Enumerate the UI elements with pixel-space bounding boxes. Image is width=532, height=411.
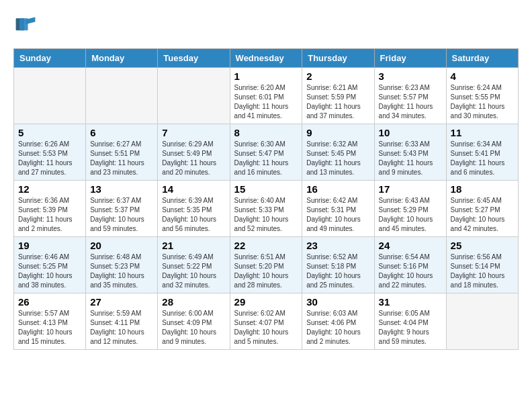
calendar-cell: 9Sunrise: 6:32 AM Sunset: 5:45 PM Daylig… <box>302 124 374 181</box>
logo <box>13 13 40 38</box>
day-info: Sunrise: 6:21 AM Sunset: 5:59 PM Dayligh… <box>306 83 369 121</box>
day-info: Sunrise: 6:33 AM Sunset: 5:43 PM Dayligh… <box>379 140 442 177</box>
day-info: Sunrise: 6:51 AM Sunset: 5:20 PM Dayligh… <box>234 253 298 290</box>
day-info: Sunrise: 6:48 AM Sunset: 5:23 PM Dayligh… <box>90 253 153 290</box>
calendar-cell: 14Sunrise: 6:39 AM Sunset: 5:35 PM Dayli… <box>158 181 230 237</box>
calendar-cell: 24Sunrise: 6:54 AM Sunset: 5:16 PM Dayli… <box>374 237 446 293</box>
day-number: 14 <box>162 183 225 195</box>
calendar-cell <box>446 293 518 350</box>
calendar-cell: 31Sunrise: 6:05 AM Sunset: 4:04 PM Dayli… <box>374 293 446 350</box>
day-number: 13 <box>90 183 153 195</box>
day-number: 6 <box>90 127 153 138</box>
day-number: 2 <box>306 71 369 82</box>
day-number: 3 <box>379 71 442 82</box>
day-info: Sunrise: 6:32 AM Sunset: 5:45 PM Dayligh… <box>306 140 369 177</box>
day-info: Sunrise: 6:54 AM Sunset: 5:16 PM Dayligh… <box>379 253 442 290</box>
day-number: 19 <box>18 240 81 251</box>
day-info: Sunrise: 6:00 AM Sunset: 4:09 PM Dayligh… <box>162 309 225 347</box>
day-number: 18 <box>451 183 514 195</box>
calendar-cell: 19Sunrise: 6:46 AM Sunset: 5:25 PM Dayli… <box>14 237 86 293</box>
day-number: 16 <box>306 183 369 195</box>
day-number: 10 <box>379 127 442 138</box>
day-number: 12 <box>18 183 81 195</box>
day-number: 22 <box>234 240 298 251</box>
calendar-cell: 15Sunrise: 6:40 AM Sunset: 5:33 PM Dayli… <box>230 181 302 237</box>
day-number: 8 <box>234 127 298 138</box>
day-info: Sunrise: 6:02 AM Sunset: 4:07 PM Dayligh… <box>234 309 298 347</box>
day-number: 26 <box>18 296 81 308</box>
calendar-table: SundayMondayTuesdayWednesdayThursdayFrid… <box>13 48 519 350</box>
day-info: Sunrise: 6:03 AM Sunset: 4:06 PM Dayligh… <box>306 309 369 347</box>
day-info: Sunrise: 6:36 AM Sunset: 5:39 PM Dayligh… <box>18 196 81 234</box>
svg-marker-3 <box>26 17 35 24</box>
day-number: 20 <box>90 240 153 251</box>
day-info: Sunrise: 6:42 AM Sunset: 5:31 PM Dayligh… <box>306 196 369 234</box>
calendar-cell: 27Sunrise: 5:59 AM Sunset: 4:11 PM Dayli… <box>86 293 158 350</box>
day-info: Sunrise: 6:20 AM Sunset: 6:01 PM Dayligh… <box>234 83 298 121</box>
calendar-cell: 28Sunrise: 6:00 AM Sunset: 4:09 PM Dayli… <box>158 293 230 350</box>
calendar-cell: 20Sunrise: 6:48 AM Sunset: 5:23 PM Dayli… <box>86 237 158 293</box>
weekday-header-thursday: Thursday <box>302 49 374 68</box>
calendar-cell: 2Sunrise: 6:21 AM Sunset: 5:59 PM Daylig… <box>302 68 374 124</box>
calendar-cell: 25Sunrise: 6:56 AM Sunset: 5:14 PM Dayli… <box>446 237 518 293</box>
calendar-cell: 29Sunrise: 6:02 AM Sunset: 4:07 PM Dayli… <box>230 293 302 350</box>
calendar-cell: 8Sunrise: 6:30 AM Sunset: 5:47 PM Daylig… <box>230 124 302 181</box>
calendar-week-5: 26Sunrise: 5:57 AM Sunset: 4:13 PM Dayli… <box>14 293 519 350</box>
calendar-week-1: 1Sunrise: 6:20 AM Sunset: 6:01 PM Daylig… <box>14 68 519 124</box>
day-info: Sunrise: 6:34 AM Sunset: 5:41 PM Dayligh… <box>451 140 514 177</box>
day-info: Sunrise: 6:37 AM Sunset: 5:37 PM Dayligh… <box>90 196 153 234</box>
day-number: 30 <box>306 296 369 308</box>
day-info: Sunrise: 6:39 AM Sunset: 5:35 PM Dayligh… <box>162 196 225 234</box>
day-number: 7 <box>162 127 225 138</box>
day-number: 21 <box>162 240 225 251</box>
calendar-cell: 21Sunrise: 6:49 AM Sunset: 5:22 PM Dayli… <box>158 237 230 293</box>
day-number: 9 <box>306 127 369 138</box>
calendar-week-4: 19Sunrise: 6:46 AM Sunset: 5:25 PM Dayli… <box>14 237 519 293</box>
weekday-header-tuesday: Tuesday <box>158 49 230 68</box>
calendar-cell <box>86 68 158 124</box>
day-number: 28 <box>162 296 225 308</box>
calendar-cell: 23Sunrise: 6:52 AM Sunset: 5:18 PM Dayli… <box>302 237 374 293</box>
day-info: Sunrise: 5:59 AM Sunset: 4:11 PM Dayligh… <box>90 309 153 347</box>
weekday-header-sunday: Sunday <box>14 49 86 68</box>
calendar-cell <box>158 68 230 124</box>
day-info: Sunrise: 6:49 AM Sunset: 5:22 PM Dayligh… <box>162 253 225 290</box>
calendar-cell: 18Sunrise: 6:45 AM Sunset: 5:27 PM Dayli… <box>446 181 518 237</box>
day-info: Sunrise: 6:26 AM Sunset: 5:53 PM Dayligh… <box>18 140 81 177</box>
logo-icon <box>13 13 38 38</box>
calendar-cell: 16Sunrise: 6:42 AM Sunset: 5:31 PM Dayli… <box>302 181 374 237</box>
day-info: Sunrise: 6:30 AM Sunset: 5:47 PM Dayligh… <box>234 140 298 177</box>
weekday-header-saturday: Saturday <box>446 49 518 68</box>
calendar-cell: 11Sunrise: 6:34 AM Sunset: 5:41 PM Dayli… <box>446 124 518 181</box>
day-info: Sunrise: 6:24 AM Sunset: 5:55 PM Dayligh… <box>451 83 514 121</box>
day-number: 27 <box>90 296 153 308</box>
day-number: 23 <box>306 240 369 251</box>
day-info: Sunrise: 6:45 AM Sunset: 5:27 PM Dayligh… <box>451 196 514 234</box>
weekday-header-friday: Friday <box>374 49 446 68</box>
day-number: 1 <box>234 71 298 82</box>
day-number: 17 <box>379 183 442 195</box>
day-number: 11 <box>451 127 514 138</box>
calendar-week-2: 5Sunrise: 6:26 AM Sunset: 5:53 PM Daylig… <box>14 124 519 181</box>
calendar-cell: 1Sunrise: 6:20 AM Sunset: 6:01 PM Daylig… <box>230 68 302 124</box>
page-header <box>13 13 519 38</box>
day-info: Sunrise: 6:56 AM Sunset: 5:14 PM Dayligh… <box>451 253 514 290</box>
calendar-cell: 22Sunrise: 6:51 AM Sunset: 5:20 PM Dayli… <box>230 237 302 293</box>
day-info: Sunrise: 6:27 AM Sunset: 5:51 PM Dayligh… <box>90 140 153 177</box>
weekday-header-wednesday: Wednesday <box>230 49 302 68</box>
day-number: 15 <box>234 183 298 195</box>
calendar-cell: 12Sunrise: 6:36 AM Sunset: 5:39 PM Dayli… <box>14 181 86 237</box>
calendar-cell: 13Sunrise: 6:37 AM Sunset: 5:37 PM Dayli… <box>86 181 158 237</box>
day-number: 24 <box>379 240 442 251</box>
day-number: 25 <box>451 240 514 251</box>
calendar-cell: 26Sunrise: 5:57 AM Sunset: 4:13 PM Dayli… <box>14 293 86 350</box>
calendar-cell: 7Sunrise: 6:29 AM Sunset: 5:49 PM Daylig… <box>158 124 230 181</box>
calendar-cell: 4Sunrise: 6:24 AM Sunset: 5:55 PM Daylig… <box>446 68 518 124</box>
day-info: Sunrise: 6:40 AM Sunset: 5:33 PM Dayligh… <box>234 196 298 234</box>
calendar-cell: 30Sunrise: 6:03 AM Sunset: 4:06 PM Dayli… <box>302 293 374 350</box>
calendar-cell <box>14 68 86 124</box>
calendar-week-3: 12Sunrise: 6:36 AM Sunset: 5:39 PM Dayli… <box>14 181 519 237</box>
day-info: Sunrise: 6:23 AM Sunset: 5:57 PM Dayligh… <box>379 83 442 121</box>
calendar-cell: 5Sunrise: 6:26 AM Sunset: 5:53 PM Daylig… <box>14 124 86 181</box>
day-info: Sunrise: 6:46 AM Sunset: 5:25 PM Dayligh… <box>18 253 81 290</box>
